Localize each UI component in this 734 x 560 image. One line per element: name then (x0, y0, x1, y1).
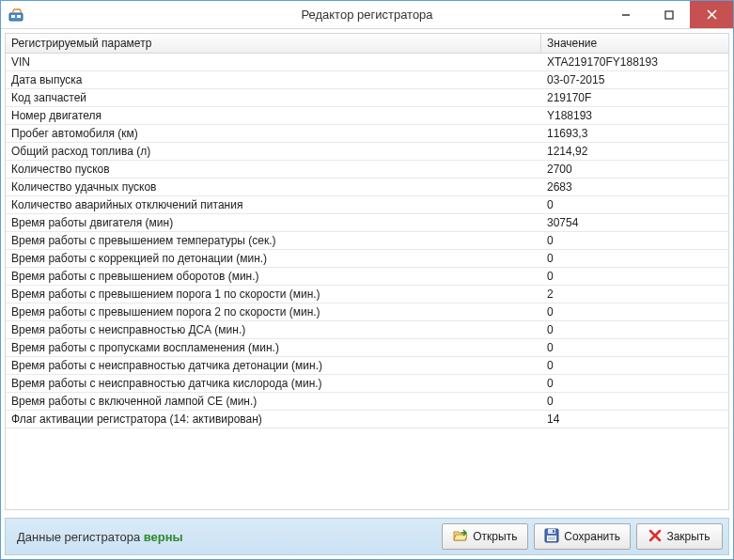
table-body: VINXTA219170FY188193Дата выпуска03-07-20… (6, 54, 728, 509)
param-cell: Время работы с пропусками воспламенения … (6, 339, 541, 356)
table-row[interactable]: Время работы с неисправностью датчика ки… (6, 375, 728, 393)
value-cell: 14 (541, 411, 728, 428)
maximize-button[interactable] (647, 1, 690, 28)
table-row[interactable]: Номер двигателяY188193 (6, 107, 728, 125)
floppy-disk-icon (544, 528, 559, 546)
svg-rect-2 (17, 15, 21, 18)
param-cell: Количество пусков (6, 161, 541, 178)
table-row[interactable]: Время работы с превышением порога 2 по с… (6, 303, 728, 321)
param-cell: Время работы двигателя (мин) (6, 214, 541, 231)
svg-rect-9 (553, 530, 554, 533)
svg-rect-4 (665, 11, 673, 19)
close-x-icon (648, 529, 662, 545)
close-window-button[interactable] (690, 1, 733, 28)
param-cell: Время работы с превышением порога 1 по с… (6, 286, 541, 303)
table-row[interactable]: Время работы двигателя (мин)30754 (6, 214, 728, 232)
table-row[interactable]: Время работы с превышением порога 1 по с… (6, 286, 728, 303)
param-cell: Время работы с неисправностью датчика ки… (6, 375, 541, 392)
param-cell: Время работы с превышением температуры (… (6, 232, 541, 249)
svg-rect-10 (547, 536, 556, 541)
table-row[interactable]: Количество аварийных отключений питания0 (6, 196, 728, 214)
param-cell: Количество удачных пусков (6, 179, 541, 195)
table-row[interactable]: Общий расход топлива (л)1214,92 (6, 143, 728, 161)
value-cell: 03-07-2015 (541, 71, 728, 88)
value-cell: XTA219170FY188193 (541, 54, 728, 70)
param-cell: Дата выпуска (6, 71, 541, 88)
param-cell: VIN (6, 54, 541, 70)
value-cell: 11693,3 (541, 125, 728, 142)
minimize-button[interactable] (603, 1, 647, 28)
value-cell: 2 (541, 286, 728, 303)
footer-bar: Данные регистратора верны Открыть (5, 518, 729, 555)
param-cell: Общий расход топлива (л) (6, 143, 541, 160)
table-row[interactable]: Время работы с превышением оборотов (мин… (6, 268, 728, 286)
value-cell: 0 (541, 321, 728, 338)
param-cell: Количество аварийных отключений питания (6, 196, 541, 213)
value-cell: 0 (541, 393, 728, 410)
table-row[interactable]: Время работы с коррекцией по детонации (… (6, 250, 728, 268)
table-row[interactable]: VINXTA219170FY188193 (6, 54, 728, 71)
param-cell: Время работы с коррекцией по детонации (… (6, 250, 541, 267)
value-cell: 0 (541, 196, 728, 213)
table-row[interactable]: Количество удачных пусков2683 (6, 179, 728, 196)
parameter-table: Регистрируемый параметр Значение VINXTA2… (5, 33, 729, 510)
save-button-label: Сохранить (564, 530, 620, 543)
status-word: верны (144, 530, 183, 544)
param-cell: Время работы с неисправностью ДСА (мин.) (6, 321, 541, 338)
table-row[interactable]: Дата выпуска03-07-2015 (6, 71, 728, 89)
table-row[interactable]: Время работы с включенной лампой CE (мин… (6, 393, 728, 411)
table-header: Регистрируемый параметр Значение (6, 34, 728, 54)
table-row[interactable]: Пробег автомобиля (км)11693,3 (6, 125, 728, 143)
table-row[interactable]: Количество пусков2700 (6, 161, 728, 179)
close-button-label: Закрыть (666, 530, 710, 543)
app-icon (8, 8, 23, 23)
status-prefix: Данные регистратора (17, 530, 144, 544)
content-area: Регистрируемый параметр Значение VINXTA2… (1, 29, 733, 514)
value-cell: 219170F (541, 89, 728, 106)
window: Редактор регистратора Регистрируемый пар… (0, 0, 734, 560)
value-cell: 0 (541, 268, 728, 285)
header-value[interactable]: Значение (541, 34, 728, 53)
value-cell: 0 (541, 375, 728, 392)
param-cell: Время работы с неисправностью датчика де… (6, 357, 541, 374)
value-cell: Y188193 (541, 107, 728, 124)
window-controls (603, 1, 733, 28)
close-button[interactable]: Закрыть (636, 523, 723, 550)
param-cell: Время работы с превышением порога 2 по с… (6, 303, 541, 320)
value-cell: 0 (541, 250, 728, 267)
table-row[interactable]: Время работы с неисправностью ДСА (мин.)… (6, 321, 728, 339)
header-param[interactable]: Регистрируемый параметр (6, 34, 541, 53)
param-cell: Пробег автомобиля (км) (6, 125, 541, 142)
value-cell: 1214,92 (541, 143, 728, 160)
param-cell: Флаг активации регистратора (14: активир… (6, 411, 541, 428)
save-button[interactable]: Сохранить (534, 523, 631, 550)
value-cell: 0 (541, 232, 728, 249)
table-row[interactable]: Код запчастей219170F (6, 89, 728, 107)
table-row[interactable]: Время работы с неисправностью датчика де… (6, 357, 728, 375)
titlebar: Редактор регистратора (1, 1, 733, 29)
value-cell: 0 (541, 339, 728, 356)
value-cell: 30754 (541, 214, 728, 231)
table-row[interactable]: Флаг активации регистратора (14: активир… (6, 411, 728, 428)
svg-rect-1 (11, 15, 15, 18)
value-cell: 0 (541, 357, 728, 374)
value-cell: 2700 (541, 161, 728, 178)
table-row[interactable]: Время работы с превышением температуры (… (6, 232, 728, 250)
value-cell: 2683 (541, 179, 728, 195)
folder-open-icon (453, 528, 468, 546)
table-row[interactable]: Время работы с пропусками воспламенения … (6, 339, 728, 357)
param-cell: Время работы с включенной лампой CE (мин… (6, 393, 541, 410)
open-button-label: Открыть (473, 530, 517, 543)
open-button[interactable]: Открыть (442, 523, 528, 550)
param-cell: Время работы с превышением оборотов (мин… (6, 268, 541, 285)
status-text: Данные регистратора верны (17, 530, 183, 544)
param-cell: Номер двигателя (6, 107, 541, 124)
param-cell: Код запчастей (6, 89, 541, 106)
value-cell: 0 (541, 303, 728, 320)
